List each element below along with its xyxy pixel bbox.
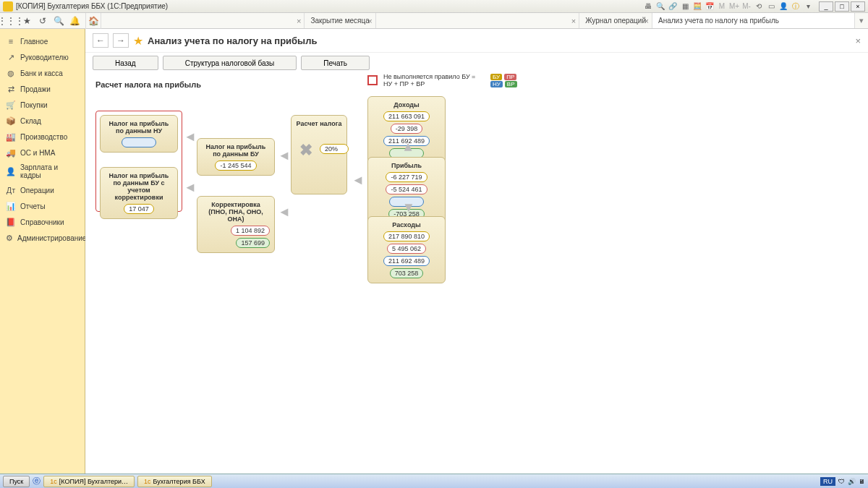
tab-closing-month[interactable]: Закрытие месяца× bbox=[305, 13, 375, 28]
tray-icon[interactable]: 🔊 bbox=[848, 478, 856, 485]
node-expense[interactable]: Расходы 217 890 810 5 495 062 211 692 48… bbox=[367, 216, 446, 283]
truck-icon: 🚚 bbox=[6, 147, 16, 158]
arrow-icon: ◄ bbox=[401, 202, 416, 215]
start-button[interactable]: Пуск bbox=[3, 476, 30, 487]
taskbar-item-2[interactable]: 1cБухгалтерия ББХ bbox=[137, 476, 212, 487]
print-icon[interactable]: 🖶 bbox=[643, 1, 653, 12]
tabs-dropdown[interactable]: ▾ bbox=[855, 13, 868, 28]
bell-icon[interactable]: 🔔 bbox=[69, 16, 80, 26]
panel-icon[interactable]: ▭ bbox=[766, 1, 776, 12]
sidebar-item-catalogs[interactable]: 📕Справочники bbox=[0, 214, 85, 230]
tab-journal[interactable]: Журнал операций× bbox=[579, 13, 652, 28]
nav-forward-button[interactable]: → bbox=[113, 33, 129, 48]
back-icon[interactable]: ⟲ bbox=[754, 1, 764, 12]
ie-icon[interactable]: ⓔ bbox=[33, 476, 41, 487]
arrow-icon: ◄ bbox=[184, 129, 197, 145]
history-icon[interactable]: ↺ bbox=[38, 16, 48, 26]
arrow-icon: ◄ bbox=[184, 180, 197, 195]
person-icon: 👤 bbox=[6, 166, 16, 176]
app-icon bbox=[3, 1, 13, 12]
sidebar-item-warehouse[interactable]: 📦Склад bbox=[0, 113, 85, 129]
content-area: ← → ★ Анализ учета по налогу на прибыль … bbox=[85, 29, 868, 474]
node-tax-nu[interactable]: Налог на прибыль по данным НУ bbox=[100, 115, 178, 153]
sidebar-item-bank[interactable]: ◍Банк и касса bbox=[0, 65, 85, 81]
node-correction[interactable]: Корректировка (ПНО, ПНА, ОНО, ОНА) 1 104… bbox=[197, 196, 275, 253]
dropdown-icon[interactable]: ▾ bbox=[803, 1, 813, 12]
sidebar-item-payroll[interactable]: 👤Зарплата и кадры bbox=[0, 160, 85, 182]
close-icon[interactable]: × bbox=[571, 17, 576, 25]
sidebar-item-production[interactable]: 🏭Производство bbox=[0, 129, 85, 145]
mminus-icon[interactable]: M- bbox=[741, 1, 752, 12]
arrow-icon: ◄ bbox=[278, 148, 291, 163]
titlebar-tools: 🖶 🔍 🔗 ▦ 🧮 📅 M M+ M- ⟲ ▭ 👤 ⓘ ▾ bbox=[643, 1, 813, 12]
arrow-icon: ◄ bbox=[352, 173, 365, 188]
tray-icon[interactable]: 🖥 bbox=[859, 478, 865, 485]
grid-icon[interactable]: ▦ bbox=[680, 1, 690, 12]
page-title: Анализ учета по налогу на прибыль bbox=[148, 35, 317, 46]
legend-rule: Не выполняется правило БУ = НУ + ПР + ВР bbox=[383, 73, 485, 87]
calc-icon[interactable]: 🧮 bbox=[692, 1, 702, 12]
mplus-icon[interactable]: M+ bbox=[729, 1, 739, 12]
calendar-icon[interactable]: 📅 bbox=[705, 1, 715, 12]
language-indicator[interactable]: RU bbox=[820, 477, 835, 486]
sidebar-item-manager[interactable]: ↗Руководителю bbox=[0, 49, 85, 65]
close-icon[interactable]: × bbox=[367, 17, 372, 25]
favorite-icon[interactable]: ★ bbox=[22, 16, 32, 26]
taskbar: Пуск ⓔ 1c[КОПИЯ] Бухгалтери… 1cБухгалтер… bbox=[0, 474, 868, 488]
legend: Не выполняется правило БУ = НУ + ПР + ВР… bbox=[367, 73, 517, 87]
close-icon[interactable]: × bbox=[297, 17, 301, 25]
box-icon: 📦 bbox=[6, 116, 16, 126]
gear-icon: ⚙ bbox=[6, 233, 13, 243]
search-nav-icon[interactable]: 🔍 bbox=[54, 16, 64, 26]
dt-icon: Дт bbox=[6, 185, 16, 195]
node-tax-bu-corr[interactable]: Налог на прибыль по данным БУ с учетом к… bbox=[100, 167, 178, 219]
sidebar-item-reports[interactable]: 📊Отчеты bbox=[0, 198, 85, 214]
tab-analysis[interactable]: Анализ учета по налогу на прибыль bbox=[652, 13, 855, 28]
search-icon[interactable]: 🔍 bbox=[655, 1, 665, 12]
sidebar-item-admin[interactable]: ⚙Администрирование bbox=[0, 230, 85, 246]
tab-empty-2[interactable]: × bbox=[376, 13, 579, 28]
nav-back-button[interactable]: ← bbox=[93, 33, 109, 48]
minimize-button[interactable]: _ bbox=[819, 1, 833, 12]
taskbar-item-1[interactable]: 1c[КОПИЯ] Бухгалтери… bbox=[43, 476, 135, 487]
close-page-button[interactable]: × bbox=[855, 35, 861, 46]
sidebar-item-main[interactable]: ≡Главное bbox=[0, 33, 85, 49]
empty-value bbox=[122, 137, 156, 147]
calc-percent: 20% bbox=[320, 144, 349, 154]
structure-button[interactable]: Структура налоговой базы bbox=[163, 56, 297, 70]
print-button[interactable]: Печать bbox=[301, 56, 370, 70]
legend-square-icon bbox=[367, 75, 378, 85]
sidebar: ≡Главное ↗Руководителю ◍Банк и касса ⇄Пр… bbox=[0, 29, 85, 474]
apps-icon[interactable]: ⋮⋮⋮ bbox=[6, 16, 16, 26]
tray-icon[interactable]: 🛡 bbox=[838, 478, 845, 485]
book-icon: 📕 bbox=[6, 217, 16, 227]
user-icon[interactable]: 👤 bbox=[778, 1, 788, 12]
tab-empty-1[interactable]: × bbox=[101, 13, 305, 28]
home-button[interactable]: 🏠 bbox=[85, 13, 101, 29]
star-icon[interactable]: ★ bbox=[133, 34, 143, 48]
sidebar-item-assets[interactable]: 🚚ОС и НМА bbox=[0, 145, 85, 160]
node-tax-bu[interactable]: Налог на прибыль по данным БУ -1 245 544 bbox=[197, 138, 275, 176]
sidebar-item-sales[interactable]: ⇄Продажи bbox=[0, 81, 85, 97]
toolbar: Назад Структура налоговой базы Печать bbox=[85, 53, 868, 73]
arrow-icon: ◄ bbox=[401, 141, 416, 154]
legend-nu: НУ bbox=[490, 81, 503, 87]
legend-bu: БУ bbox=[490, 74, 502, 80]
maximize-button[interactable]: □ bbox=[835, 1, 849, 12]
legend-pr: ПР bbox=[504, 74, 516, 80]
back-button[interactable]: Назад bbox=[93, 56, 158, 70]
multiply-icon: ✖ bbox=[299, 141, 312, 160]
sidebar-item-operations[interactable]: ДтОперации bbox=[0, 182, 85, 198]
close-button[interactable]: × bbox=[851, 1, 865, 12]
window-titlebar: [КОПИЯ] Бухгалтерия ББХ (1С:Предприятие)… bbox=[0, 0, 868, 13]
close-icon[interactable]: × bbox=[644, 17, 649, 25]
menu-icon: ≡ bbox=[6, 36, 16, 46]
sidebar-item-purchases[interactable]: 🛒Покупки bbox=[0, 97, 85, 113]
link-icon[interactable]: 🔗 bbox=[668, 1, 678, 12]
m-icon[interactable]: M bbox=[717, 1, 727, 12]
arrow-icon: ◄ bbox=[278, 205, 291, 220]
swap-icon: ⇄ bbox=[6, 84, 16, 94]
content-header: ← → ★ Анализ учета по налогу на прибыль … bbox=[85, 29, 868, 53]
cart-icon: 🛒 bbox=[6, 100, 16, 110]
info-icon[interactable]: ⓘ bbox=[791, 1, 801, 12]
